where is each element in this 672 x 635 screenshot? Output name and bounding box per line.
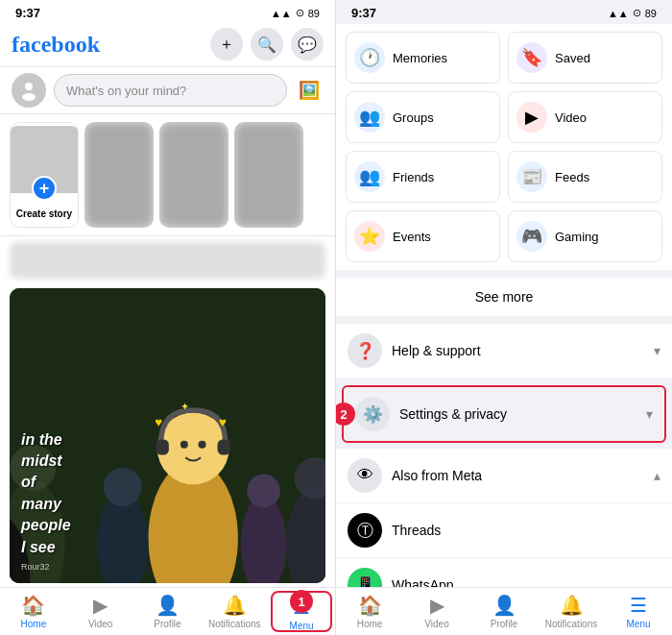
- r-home-icon: 🏠: [358, 594, 382, 617]
- video-icon: ▶: [93, 594, 108, 617]
- quick-feeds[interactable]: 📰 Feeds: [508, 151, 662, 203]
- r-nav-home[interactable]: 🏠 Home: [336, 588, 403, 635]
- create-story-label: Create story: [12, 208, 76, 219]
- quick-video[interactable]: ▶ Video: [508, 91, 662, 143]
- right-status-bar: 9:37 ▲▲ ⊙ 89: [336, 0, 672, 24]
- left-bottom-nav: 🏠 Home ▶ Video 👤 Profile 🔔 Notifications…: [0, 587, 335, 635]
- add-button[interactable]: ＋: [210, 28, 243, 61]
- whatsapp-icon: 📱: [348, 568, 382, 587]
- quick-events[interactable]: ⭐ Events: [346, 210, 500, 262]
- nav-menu[interactable]: 1 ☰ Menu: [268, 588, 335, 635]
- events-icon: ⭐: [354, 221, 385, 252]
- threads-item[interactable]: Ⓣ Threads: [336, 503, 672, 558]
- photo-icon[interactable]: 🖼️: [295, 79, 324, 102]
- blurred-post: [10, 242, 325, 279]
- story-thumb-2: [159, 122, 228, 228]
- whatsapp-item[interactable]: 📱 WhatsApp: [336, 558, 672, 587]
- story-card-3[interactable]: [234, 122, 303, 228]
- quick-friends[interactable]: 👥 Friends: [346, 151, 500, 203]
- sub-section: Ⓣ Threads 📱 WhatsApp: [336, 503, 672, 587]
- video-quick-icon: ▶: [516, 102, 547, 133]
- threads-icon: Ⓣ: [348, 513, 382, 548]
- meta-chevron-up: ▴: [654, 468, 660, 483]
- saved-label: Saved: [555, 51, 590, 65]
- nav-profile[interactable]: 👤 Profile: [134, 588, 202, 635]
- create-story-card[interactable]: + Create story: [10, 122, 79, 228]
- quick-groups[interactable]: 👥 Groups: [346, 91, 500, 143]
- r-menu-label: Menu: [626, 619, 650, 629]
- also-from-meta-header[interactable]: 👁 Also from Meta ▴: [336, 449, 672, 503]
- r-profile-label: Profile: [491, 619, 517, 629]
- wifi-icon: ⊙: [296, 7, 304, 19]
- nav-notifications[interactable]: 🔔 Notifications: [201, 588, 268, 635]
- menu-scroll-area[interactable]: 🕐 Memories 🔖 Saved 👥 Groups ▶ Video 👥 Fr…: [336, 24, 672, 587]
- settings-label: Settings & privacy: [399, 406, 646, 422]
- right-panel: 9:37 ▲▲ ⊙ 89 🕐 Memories 🔖 Saved 👥 Groups…: [336, 0, 672, 635]
- post-bar: What's on your mind? 🖼️: [0, 66, 335, 114]
- memories-label: Memories: [393, 51, 447, 65]
- settings-privacy-highlighted: ⚙️ Settings & privacy ▾: [342, 385, 666, 443]
- video-text: in the midst of many people I see: [21, 429, 71, 558]
- threads-label: Threads: [392, 523, 441, 538]
- gaming-label: Gaming: [555, 230, 599, 244]
- video-overlay-text: in the midst of many people I see Rour32: [21, 429, 71, 572]
- svg-rect-11: [156, 440, 168, 455]
- r-wifi-icon: ⊙: [633, 7, 641, 19]
- svg-point-9: [180, 441, 188, 449]
- profile-icon: 👤: [156, 594, 180, 617]
- settings-chevron: ▾: [646, 406, 653, 422]
- svg-point-19: [247, 475, 280, 508]
- r-nav-video[interactable]: ▶ Video: [403, 588, 470, 635]
- video-content: ♥ ♥ ✦ in the midst of many people I see …: [10, 288, 325, 583]
- story-thumb-1: [84, 122, 154, 228]
- home-label: Home: [21, 619, 47, 629]
- svg-point-1: [22, 93, 36, 101]
- r-menu-icon: ☰: [630, 594, 647, 617]
- also-from-meta-section: 👁 Also from Meta ▴ Ⓣ Threads 📱 WhatsApp: [336, 449, 672, 587]
- watermark: Rour32: [21, 562, 71, 572]
- quick-saved[interactable]: 🔖 Saved: [508, 32, 662, 84]
- r-notifications-label: Notifications: [545, 619, 597, 629]
- r-video-icon: ▶: [430, 594, 444, 617]
- r-nav-menu[interactable]: ☰ Menu: [605, 588, 672, 635]
- left-status-bar: 9:37 ▲▲ ⊙ 89: [0, 0, 335, 24]
- help-label: Help & support: [392, 343, 654, 358]
- friends-label: Friends: [393, 170, 434, 184]
- story-card-1[interactable]: [84, 122, 154, 228]
- events-label: Events: [393, 230, 431, 244]
- menu-section: ❓ Help & support ▾: [336, 324, 672, 378]
- messenger-button[interactable]: 💬: [291, 28, 324, 61]
- left-panel: 9:37 ▲▲ ⊙ 89 facebook ＋ 🔍 💬 What's on yo…: [0, 0, 336, 635]
- fb-header: facebook ＋ 🔍 💬: [0, 24, 335, 66]
- quick-memories[interactable]: 🕐 Memories: [346, 32, 500, 84]
- profile-label: Profile: [154, 619, 180, 629]
- r-nav-notifications[interactable]: 🔔 Notifications: [538, 588, 605, 635]
- svg-rect-12: [218, 440, 230, 455]
- r-video-label: Video: [424, 619, 448, 629]
- post-input[interactable]: What's on your mind?: [54, 74, 287, 107]
- svg-text:♥: ♥: [155, 415, 162, 429]
- story-card-2[interactable]: [159, 122, 228, 228]
- nav-video[interactable]: ▶ Video: [67, 588, 134, 635]
- whatsapp-label: WhatsApp: [392, 577, 454, 587]
- right-status-icons: ▲▲ ⊙ 89: [608, 7, 657, 19]
- quick-gaming[interactable]: 🎮 Gaming: [508, 210, 662, 262]
- settings-privacy-row[interactable]: ⚙️ Settings & privacy ▾: [344, 387, 664, 441]
- svg-point-17: [104, 468, 142, 506]
- help-support-row[interactable]: ❓ Help & support ▾: [336, 324, 672, 378]
- nav-home[interactable]: 🏠 Home: [0, 588, 67, 635]
- search-button[interactable]: 🔍: [251, 28, 283, 61]
- r-home-label: Home: [357, 619, 383, 629]
- r-nav-profile[interactable]: 👤 Profile: [470, 588, 538, 635]
- svg-point-0: [25, 83, 33, 90]
- left-time: 9:37: [15, 6, 40, 20]
- r-notifications-icon: 🔔: [560, 594, 584, 617]
- fb-logo: facebook: [12, 32, 210, 58]
- see-more-button[interactable]: See more: [336, 278, 672, 316]
- also-from-meta-label: Also from Meta: [392, 468, 654, 483]
- svg-point-10: [199, 441, 206, 449]
- notifications-label: Notifications: [208, 619, 260, 629]
- help-chevron: ▾: [654, 343, 660, 358]
- video-post[interactable]: ♥ ♥ ✦ in the midst of many people I see …: [10, 288, 325, 583]
- groups-label: Groups: [393, 110, 434, 125]
